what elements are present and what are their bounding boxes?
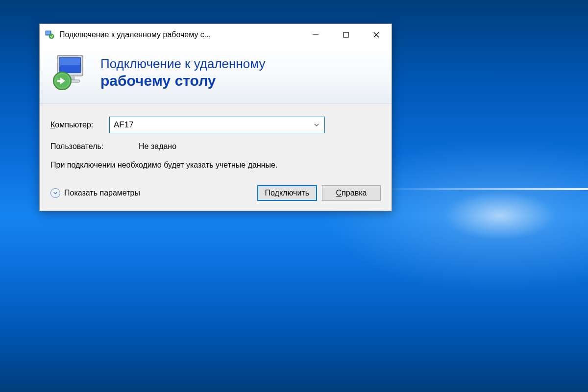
expand-down-icon (50, 188, 60, 198)
close-button[interactable] (361, 24, 392, 46)
chevron-down-icon[interactable] (313, 122, 320, 128)
app-icon (45, 30, 54, 40)
show-options-label: Показать параметры (64, 189, 140, 197)
svg-point-2 (49, 34, 54, 39)
header-line2: рабочему столу (100, 72, 265, 90)
dialog-body: Компьютер: Пользователь: Не задано При п… (40, 104, 392, 211)
rdp-dialog-window: Подключение к удаленному рабочему с... (39, 24, 392, 211)
minimize-button[interactable] (300, 24, 331, 46)
header-band: Подключение к удаленному рабочему столу (40, 46, 392, 104)
header-line1: Подключение к удаленному (100, 56, 265, 72)
credentials-info: При подключении необходимо будет указать… (50, 160, 315, 171)
user-value: Не задано (139, 142, 176, 151)
header-text: Подключение к удаленному рабочему столу (100, 56, 265, 89)
connect-button[interactable]: Подключить (257, 185, 317, 201)
svg-rect-4 (343, 32, 348, 37)
show-options-toggle[interactable]: Показать параметры (50, 188, 140, 198)
titlebar[interactable]: Подключение к удаленному рабочему с... (40, 24, 392, 46)
user-label: Пользователь: (50, 142, 139, 151)
rdp-header-icon (50, 52, 92, 94)
user-row: Пользователь: Не задано (50, 142, 381, 151)
maximize-button[interactable] (331, 24, 361, 46)
computer-combobox[interactable] (109, 117, 325, 133)
help-button[interactable]: Справка (322, 185, 381, 201)
svg-rect-9 (60, 58, 80, 65)
svg-rect-1 (46, 31, 50, 34)
computer-label: Компьютер: (50, 121, 109, 129)
computer-row: Компьютер: (50, 117, 381, 133)
desktop-light-ray (382, 188, 588, 190)
computer-input[interactable] (114, 120, 313, 130)
window-controls (300, 24, 392, 46)
window-title: Подключение к удаленному рабочему с... (59, 30, 300, 39)
footer-row: Показать параметры Подключить Справка (50, 185, 381, 201)
